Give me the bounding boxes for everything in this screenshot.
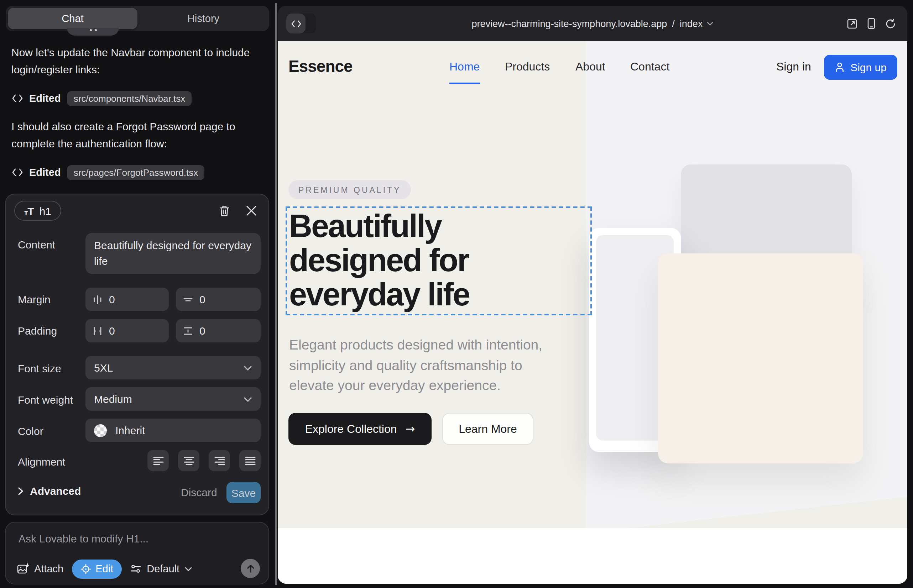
align-justify-button[interactable] bbox=[239, 450, 261, 471]
edited-label: Edited bbox=[29, 92, 61, 104]
sign-up-button[interactable]: Sign up bbox=[824, 55, 897, 80]
tab-history[interactable]: History bbox=[138, 6, 269, 31]
margin-y-input[interactable]: 0 bbox=[176, 288, 261, 311]
tab-chat[interactable]: Chat bbox=[8, 8, 138, 29]
nav-link-home[interactable]: Home bbox=[449, 60, 480, 84]
edited-label: Edited bbox=[29, 166, 61, 178]
attach-button[interactable]: Attach bbox=[17, 563, 63, 575]
font-weight-label: Font weight bbox=[18, 394, 73, 406]
file-chip[interactable]: src/pages/ForgotPassword.tsx bbox=[67, 165, 205, 180]
align-center-icon bbox=[183, 456, 194, 465]
url-page: index bbox=[680, 18, 703, 29]
margin-x-input[interactable]: 0 bbox=[86, 288, 169, 311]
hero-description-line: simplicity and quality craftsmanship to bbox=[289, 355, 542, 375]
site-canvas: Essence Home Products About Contact Sign… bbox=[278, 41, 907, 584]
padding-y-input[interactable]: 0 bbox=[176, 319, 261, 342]
hero-heading-line: everyday life bbox=[289, 278, 469, 312]
decorative-wedge bbox=[627, 497, 907, 528]
learn-more-button[interactable]: Learn More bbox=[442, 413, 533, 445]
margin-vertical-icon bbox=[183, 294, 193, 304]
sign-in-link[interactable]: Sign in bbox=[776, 60, 811, 73]
margin-horizontal-icon bbox=[92, 294, 102, 304]
hero-description-line: Elegant products designed with intention… bbox=[289, 334, 542, 355]
chat-history-tabbar: Chat History bbox=[6, 6, 269, 31]
padding-vertical-icon bbox=[183, 326, 193, 336]
url-domain: preview--charming-site-symphony.lovable.… bbox=[472, 18, 667, 29]
element-editor-panel: тT h1 Content Beautifully designed for e… bbox=[5, 194, 269, 515]
hero-description-line: elevate your everyday experience. bbox=[289, 375, 542, 396]
hero-card-cream bbox=[658, 254, 863, 464]
composer-toolbar: Attach Edit Default bbox=[17, 559, 260, 579]
lovable-app: Chat History Now let's update the Navbar… bbox=[0, 0, 913, 588]
padding-label: Padding bbox=[18, 325, 57, 337]
align-left-button[interactable] bbox=[147, 450, 169, 471]
arrow-right-icon: → bbox=[406, 422, 415, 436]
font-size-label: Font size bbox=[18, 362, 61, 375]
edited-file-row[interactable]: Edited src/pages/ForgotPassword.tsx bbox=[11, 164, 204, 181]
alignment-label: Alignment bbox=[18, 456, 65, 468]
edited-file-row[interactable]: Edited src/components/Navbar.tsx bbox=[11, 90, 191, 107]
padding-horizontal-icon bbox=[92, 326, 102, 336]
edit-label: Edit bbox=[96, 563, 113, 575]
site-logo[interactable]: Essence bbox=[288, 57, 353, 76]
font-size-value: 5XL bbox=[94, 362, 113, 374]
nav-link-contact[interactable]: Contact bbox=[630, 60, 669, 73]
font-size-select[interactable]: 5XL bbox=[86, 356, 261, 380]
code-icon bbox=[11, 92, 23, 104]
close-panel-icon[interactable] bbox=[244, 203, 259, 218]
hero-heading-line: designed for bbox=[289, 244, 469, 278]
discard-button[interactable]: Discard bbox=[181, 486, 217, 498]
mode-select[interactable]: Default bbox=[130, 563, 192, 575]
align-left-icon bbox=[153, 456, 163, 465]
attach-label: Attach bbox=[34, 563, 63, 575]
panel-resize-handle[interactable] bbox=[275, 3, 277, 585]
file-chip[interactable]: src/components/Navbar.tsx bbox=[67, 91, 192, 106]
save-button[interactable]: Save bbox=[227, 482, 261, 503]
site-navbar: Essence Home Products About Contact Sign… bbox=[278, 41, 907, 92]
explore-collection-label: Explore Collection bbox=[305, 423, 397, 435]
color-value: Inherit bbox=[115, 424, 145, 436]
composer-input[interactable] bbox=[17, 531, 252, 551]
mobile-view-button[interactable] bbox=[868, 18, 875, 29]
save-label: Save bbox=[231, 486, 256, 499]
chevron-down-icon bbox=[244, 365, 252, 370]
color-swatch bbox=[94, 424, 107, 437]
margin-y-value: 0 bbox=[199, 293, 206, 305]
content-label: Content bbox=[18, 239, 55, 250]
premium-badge: PREMIUM QUALITY bbox=[288, 180, 411, 199]
tab-chat-label: Chat bbox=[62, 13, 83, 24]
user-icon bbox=[835, 62, 845, 73]
url-bar[interactable]: preview--charming-site-symphony.lovable.… bbox=[278, 6, 907, 41]
below-hero-section bbox=[278, 528, 907, 584]
edit-mode-button[interactable]: Edit bbox=[72, 559, 122, 578]
url-separator: / bbox=[670, 18, 676, 29]
align-right-button[interactable] bbox=[209, 450, 230, 471]
hero-description: Elegant products designed with intention… bbox=[289, 334, 542, 396]
align-center-button[interactable] bbox=[178, 450, 199, 471]
send-button[interactable] bbox=[241, 559, 260, 578]
chevron-down-icon bbox=[185, 566, 192, 571]
nav-link-products[interactable]: Products bbox=[505, 60, 550, 73]
chevron-down-icon bbox=[244, 396, 252, 402]
content-input[interactable]: Beautifully designed for everyday life bbox=[86, 233, 261, 274]
color-select[interactable]: Inherit bbox=[86, 418, 261, 442]
delete-element-button[interactable] bbox=[217, 203, 232, 218]
learn-more-label: Learn More bbox=[459, 423, 517, 435]
open-external-button[interactable] bbox=[847, 18, 858, 29]
selected-element-pill[interactable]: тT h1 bbox=[14, 201, 61, 221]
align-justify-icon bbox=[244, 456, 255, 465]
nav-link-about[interactable]: About bbox=[575, 60, 605, 73]
browser-toolbar: preview--charming-site-symphony.lovable.… bbox=[278, 6, 907, 41]
refresh-button[interactable] bbox=[885, 18, 896, 29]
advanced-toggle[interactable]: Advanced bbox=[18, 485, 81, 497]
mobile-icon bbox=[868, 18, 875, 29]
code-icon bbox=[11, 166, 23, 178]
padding-y-value: 0 bbox=[199, 325, 206, 337]
explore-collection-button[interactable]: Explore Collection → bbox=[288, 413, 432, 445]
mode-label: Default bbox=[147, 563, 180, 575]
align-right-icon bbox=[214, 456, 225, 465]
crosshair-icon bbox=[81, 564, 91, 574]
padding-x-input[interactable]: 0 bbox=[86, 319, 169, 342]
font-weight-select[interactable]: Medium bbox=[86, 387, 261, 411]
hero-heading[interactable]: Beautifully designed for everyday life bbox=[289, 209, 469, 312]
